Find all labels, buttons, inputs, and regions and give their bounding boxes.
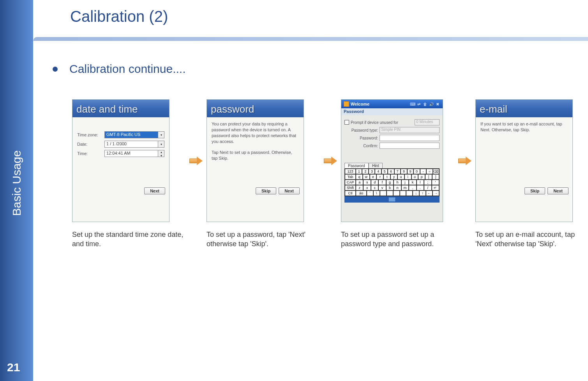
keyboard-key[interactable]: t bbox=[383, 174, 390, 180]
keyboard-key[interactable]: Tab bbox=[345, 174, 356, 180]
keyboard-key[interactable]: 5 bbox=[381, 169, 388, 174]
keyboard-key[interactable]: → bbox=[433, 190, 439, 196]
keyboard-key[interactable]: 0 bbox=[413, 169, 420, 174]
keyboard-key[interactable]: m bbox=[401, 185, 409, 190]
keyboard-key[interactable] bbox=[393, 190, 400, 196]
keyboard-key[interactable] bbox=[380, 190, 387, 196]
onscreen-keyboard[interactable]: 1231234567890-=⌫Tabqwertyuiop[]CAPasdfgh… bbox=[344, 168, 440, 196]
keyboard-key[interactable]: i bbox=[404, 174, 411, 180]
keyboard-key[interactable]: áü bbox=[356, 190, 367, 196]
keyboard-key[interactable]: f bbox=[378, 180, 386, 185]
timezone-select[interactable]: GMT-8 Pacific US bbox=[104, 131, 158, 138]
keyboard-key[interactable]: l bbox=[417, 180, 424, 185]
keyboard-key[interactable]: g bbox=[386, 180, 394, 185]
keyboard-key[interactable] bbox=[406, 190, 413, 196]
keyboard-key[interactable]: . bbox=[417, 185, 424, 190]
keyboard-key[interactable]: c bbox=[371, 185, 378, 190]
panel-password-setup: Welcome ⌨ ⇄ 🗑 🔊 ✖ Password Prompt if dev… bbox=[341, 99, 443, 222]
keyboard-key[interactable]: 1 bbox=[356, 169, 362, 174]
keyboard-key[interactable]: ' bbox=[432, 180, 439, 185]
keyboard-key[interactable]: - bbox=[420, 169, 426, 174]
tray-close-icon[interactable]: ✖ bbox=[435, 101, 440, 107]
keyboard-key[interactable]: ← bbox=[426, 190, 433, 196]
keyboard-key[interactable]: o bbox=[411, 174, 418, 180]
tray-keyboard-icon[interactable]: ⌨ bbox=[410, 101, 415, 107]
keyboard-key[interactable]: 3 bbox=[369, 169, 375, 174]
panel4-next-button[interactable]: Next bbox=[547, 187, 569, 194]
keyboard-key[interactable]: ⌫ bbox=[433, 169, 439, 174]
keyboard-key[interactable]: v bbox=[378, 185, 386, 190]
keyboard-key[interactable] bbox=[400, 190, 406, 196]
keyboard-key[interactable]: y bbox=[390, 174, 397, 180]
keyboard-key[interactable]: ↑ bbox=[419, 190, 426, 196]
panel3-title-text: Welcome bbox=[351, 102, 408, 106]
keyboard-key[interactable]: e bbox=[370, 174, 377, 180]
panel2-text2: Tap Next to set up a password. Otherwise… bbox=[212, 150, 299, 161]
keyboard-key[interactable]: = bbox=[426, 169, 433, 174]
panel2-next-button[interactable]: Next bbox=[279, 187, 300, 194]
keyboard-key[interactable]: 7 bbox=[394, 169, 401, 174]
date-input[interactable]: 1 / 1 /2000 bbox=[104, 141, 158, 148]
keyboard-key[interactable]: ↓ bbox=[413, 190, 419, 196]
keyboard-key[interactable]: n bbox=[394, 185, 401, 190]
keyboard-key[interactable]: 8 bbox=[401, 169, 407, 174]
time-input[interactable]: 12:04:41 AM bbox=[104, 150, 158, 157]
panel-password-intro: password You can protect your data by re… bbox=[207, 99, 304, 222]
keyboard-key[interactable]: , bbox=[409, 185, 416, 190]
keyboard-key[interactable]: 6 bbox=[388, 169, 394, 174]
timezone-dropdown-icon[interactable]: ▾ bbox=[158, 131, 164, 138]
keyboard-key[interactable]: Shift bbox=[345, 185, 356, 190]
keyboard-key[interactable]: x bbox=[363, 185, 371, 190]
keyboard-key[interactable]: u bbox=[397, 174, 404, 180]
keyboard-key[interactable]: ; bbox=[424, 180, 431, 185]
keyboard-key[interactable]: p bbox=[418, 174, 425, 180]
tab-password[interactable]: Password bbox=[344, 163, 369, 168]
keyboard-key[interactable]: r bbox=[376, 174, 383, 180]
tray-volume-icon[interactable]: 🔊 bbox=[429, 101, 434, 107]
keyboard-key[interactable]: a bbox=[356, 180, 363, 185]
keyboard-key[interactable]: ` bbox=[367, 190, 373, 196]
keyboard-key[interactable]: [ bbox=[425, 174, 432, 180]
keyboard-key[interactable]: 9 bbox=[407, 169, 413, 174]
keyboard-key[interactable]: Ctl bbox=[345, 190, 356, 196]
keyboard-key[interactable]: 123 bbox=[345, 169, 356, 174]
keyboard-toggle-icon[interactable] bbox=[388, 197, 396, 202]
keyboard-key[interactable]: ↵ bbox=[432, 185, 439, 190]
keyboard-key[interactable]: w bbox=[363, 174, 370, 180]
keyboard-key[interactable]: h bbox=[394, 180, 401, 185]
prompt-row: Prompt if device unused for 0 Minutes bbox=[344, 119, 440, 125]
keyboard-key[interactable]: / bbox=[424, 185, 431, 190]
keyboard-key[interactable]: \ bbox=[373, 190, 380, 196]
tray-bin-icon[interactable]: 🗑 bbox=[422, 101, 428, 107]
panel3-tabs: Password Hint bbox=[344, 163, 440, 168]
keyboard-key[interactable]: d bbox=[371, 180, 378, 185]
date-dropdown-icon[interactable]: ▾ bbox=[158, 141, 164, 148]
keyboard-key[interactable] bbox=[387, 190, 393, 196]
time-spin-up-icon[interactable]: ▴ bbox=[158, 150, 164, 154]
keyboard-key[interactable]: j bbox=[401, 180, 409, 185]
keyboard-key[interactable]: 2 bbox=[362, 169, 368, 174]
confirm-input[interactable] bbox=[380, 143, 440, 149]
time-spinner[interactable]: ▴ ▾ bbox=[158, 150, 164, 157]
panel2-skip-button[interactable]: Skip bbox=[256, 187, 276, 194]
password-input[interactable] bbox=[380, 135, 440, 141]
keyboard-key[interactable]: s bbox=[363, 180, 371, 185]
keyboard-key[interactable]: CAP bbox=[345, 180, 356, 185]
keyboard-key[interactable]: ] bbox=[432, 174, 439, 180]
keyboard-key[interactable]: z bbox=[356, 185, 363, 190]
panel1-next-button[interactable]: Next bbox=[144, 187, 165, 194]
tray-sync-icon[interactable]: ⇄ bbox=[416, 101, 422, 107]
panel4-skip-button[interactable]: Skip bbox=[524, 187, 545, 194]
prompt-checkbox[interactable] bbox=[344, 120, 349, 125]
time-spin-down-icon[interactable]: ▾ bbox=[158, 154, 164, 157]
keyboard-key[interactable]: q bbox=[356, 174, 363, 180]
pwtype-select[interactable]: Simple PIN bbox=[380, 127, 440, 133]
panel4-caption: To set up an e-mail account, tap 'Next' … bbox=[475, 230, 588, 249]
keyboard-key[interactable]: 4 bbox=[375, 169, 381, 174]
tab-hint[interactable]: Hint bbox=[369, 163, 383, 168]
panel3-titlebar: Welcome ⌨ ⇄ 🗑 🔊 ✖ bbox=[341, 100, 443, 108]
prompt-timeout-select[interactable]: 0 Minutes bbox=[415, 119, 440, 125]
keyboard-key[interactable]: k bbox=[409, 180, 416, 185]
keyboard-key[interactable]: b bbox=[386, 185, 394, 190]
time-label: Time: bbox=[77, 151, 104, 156]
